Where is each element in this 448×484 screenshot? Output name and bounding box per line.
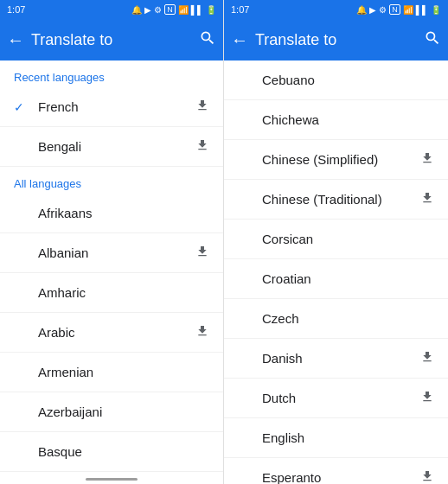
check-icon: ✓ [14, 100, 35, 114]
list-item[interactable]: Dutch [224, 379, 448, 418]
list-item[interactable]: Chichewa [224, 100, 448, 140]
header-left: ← Translate to [0, 19, 223, 60]
section-all-label: All languages [0, 167, 223, 194]
download-icon[interactable] [195, 99, 209, 116]
header-title-right: Translate to [255, 31, 417, 49]
yt-icon: ▶ [144, 5, 151, 15]
signal-icon-l: ▌▌ [191, 5, 203, 15]
item-label: Amharic [38, 285, 209, 300]
item-label: Bengali [38, 139, 195, 154]
item-label: Dutch [262, 391, 420, 405]
back-button-left[interactable]: ← [7, 30, 24, 50]
download-icon[interactable] [420, 390, 434, 407]
n-icon: N [164, 4, 176, 15]
item-label: Basque [38, 444, 209, 459]
download-icon[interactable] [195, 245, 209, 262]
item-label: Danish [262, 351, 420, 366]
list-item[interactable]: Arabic [0, 313, 223, 353]
status-time-left: 1:07 [7, 4, 25, 15]
search-button-left[interactable] [199, 29, 216, 51]
list-item[interactable]: Cebuano [224, 60, 448, 100]
language-list-left: Recent languages ✓ French Bengali All la… [0, 60, 223, 474]
item-label: Chichewa [262, 112, 434, 127]
download-icon[interactable] [420, 469, 434, 485]
list-item[interactable]: Croatian [224, 259, 448, 299]
left-panel: 1:07 🔔 ▶ ⚙ N 📶 ▌▌ 🔋 ← Translate to Recen… [0, 0, 224, 484]
wifi-icon-l: 📶 [178, 5, 189, 15]
list-item[interactable]: Corsican [224, 220, 448, 259]
item-label: Armenian [38, 365, 209, 379]
signal-icon-r: ▌▌ [416, 5, 428, 15]
right-panel: 1:07 🔔 ▶ ⚙ N 📶 ▌▌ 🔋 ← Translate to Cebua… [224, 0, 448, 484]
list-item[interactable]: ✓ French [0, 87, 223, 127]
list-item[interactable]: Basque [0, 432, 223, 472]
list-item[interactable]: Amharic [0, 273, 223, 313]
item-label: Chinese (Simplified) [262, 152, 420, 167]
list-item[interactable]: Czech [224, 299, 448, 339]
status-bar-left: 1:07 🔔 ▶ ⚙ N 📶 ▌▌ 🔋 [0, 0, 223, 19]
list-item[interactable]: Danish [224, 339, 448, 379]
list-item[interactable]: Chinese (Simplified) [224, 140, 448, 180]
list-item[interactable]: Chinese (Traditional) [224, 180, 448, 220]
item-label: Chinese (Traditional) [262, 192, 420, 207]
n-icon-r: N [389, 4, 400, 15]
notif-icon-r: 🔔 [356, 5, 367, 15]
list-item[interactable]: Esperanto [224, 458, 448, 484]
wifi-icon-r: 📶 [403, 5, 413, 15]
item-label: Croatian [262, 271, 434, 286]
yt-icon-r: ▶ [369, 5, 376, 15]
item-label: Corsican [262, 232, 434, 246]
back-button-right[interactable]: ← [231, 30, 248, 50]
scroll-indicator-left [0, 474, 223, 484]
item-label: Albanian [38, 245, 195, 260]
download-icon[interactable] [420, 191, 434, 208]
item-label: Czech [262, 311, 434, 326]
status-icons-right: 🔔 ▶ ⚙ N 📶 ▌▌ 🔋 [356, 4, 441, 15]
language-list-right: Cebuano Chichewa Chinese (Simplified) Ch… [224, 60, 448, 484]
item-label: Afrikaans [38, 206, 209, 220]
status-bar-right: 1:07 🔔 ▶ ⚙ N 📶 ▌▌ 🔋 [224, 0, 448, 19]
item-label: Azerbaijani [38, 404, 209, 419]
status-icons-left: 🔔 ▶ ⚙ N 📶 ▌▌ 🔋 [131, 4, 216, 15]
list-item[interactable]: English [224, 418, 448, 458]
item-label: Cebuano [262, 73, 434, 87]
item-label: Esperanto [262, 470, 420, 484]
list-item[interactable]: Afrikaans [0, 194, 223, 233]
download-icon[interactable] [195, 324, 209, 341]
settings-icon-r: ⚙ [379, 5, 387, 15]
list-item[interactable]: Azerbaijani [0, 392, 223, 432]
settings-icon-l: ⚙ [154, 5, 162, 15]
list-item[interactable]: Armenian [0, 353, 223, 392]
item-label: English [262, 430, 434, 445]
search-button-right[interactable] [424, 29, 441, 51]
battery-icon-l: 🔋 [206, 5, 216, 15]
download-icon[interactable] [420, 350, 434, 367]
item-label: Arabic [38, 325, 195, 340]
item-label: French [38, 99, 195, 114]
header-right: ← Translate to [224, 19, 448, 60]
notif-icon: 🔔 [131, 5, 142, 15]
status-time-right: 1:07 [231, 4, 249, 15]
list-item[interactable]: Bengali [0, 127, 223, 167]
battery-icon-r: 🔋 [431, 5, 441, 15]
header-title-left: Translate to [31, 31, 192, 49]
download-icon[interactable] [420, 151, 434, 169]
section-recent-label: Recent languages [0, 60, 223, 87]
list-item[interactable]: Albanian [0, 233, 223, 273]
download-icon[interactable] [195, 138, 209, 156]
